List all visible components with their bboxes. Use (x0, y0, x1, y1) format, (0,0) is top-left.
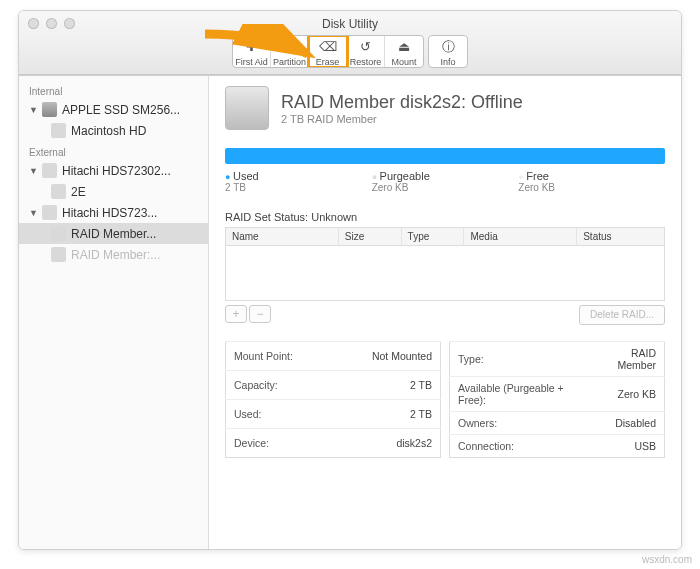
window-controls[interactable] (28, 18, 75, 29)
watermark: wsxdn.com (642, 554, 692, 565)
col-media[interactable]: Media (464, 228, 577, 245)
col-size[interactable]: Size (339, 228, 402, 245)
ssd-icon (42, 102, 57, 117)
volume-icon (51, 226, 66, 241)
info-tables: Mount Point:Not Mounted Capacity:2 TB Us… (225, 341, 665, 458)
toolbar: ✚First Aid ◔Partition ⌫Erase ↺Restore ⏏M… (19, 35, 681, 75)
restore-button[interactable]: ↺Restore (347, 36, 385, 67)
legend-used-label: Used (225, 170, 372, 182)
mount-button[interactable]: ⏏Mount (385, 36, 423, 67)
add-button[interactable]: + (225, 305, 247, 323)
callout-arrow (200, 24, 320, 74)
legend-used-value: 2 TB (225, 182, 372, 193)
sidebar-volume-macintosh-hd[interactable]: Macintosh HD (19, 120, 208, 141)
info-button[interactable]: ⓘInfo (429, 36, 467, 67)
legend-purgeable-label: Purgeable (372, 170, 519, 182)
hdd-icon (42, 163, 57, 178)
info-table-left: Mount Point:Not Mounted Capacity:2 TB Us… (225, 341, 441, 458)
table-row: Type:RAID Member (450, 342, 665, 377)
sidebar-disk-internal-0[interactable]: ▼APPLE SSD SM256... (19, 99, 208, 120)
remove-button[interactable]: − (249, 305, 271, 323)
sidebar-volume-raid-offline[interactable]: RAID Member:... (19, 244, 208, 265)
table-row: Capacity:2 TB (226, 371, 441, 400)
main-panel: RAID Member disk2s2: Offline 2 TB RAID M… (209, 76, 681, 550)
col-status[interactable]: Status (577, 228, 664, 245)
raid-table: Name Size Type Media Status (225, 227, 665, 301)
window-title: Disk Utility (19, 17, 681, 35)
hdd-icon (42, 205, 57, 220)
raid-table-body (226, 246, 664, 300)
disk-hero-icon (225, 86, 269, 130)
col-type[interactable]: Type (402, 228, 465, 245)
table-row: Connection:USB (450, 435, 665, 458)
sidebar-heading-external: External (19, 141, 208, 160)
sidebar: Internal ▼APPLE SSD SM256... Macintosh H… (19, 76, 209, 550)
sidebar-disk-external-1[interactable]: ▼Hitachi HDS723... (19, 202, 208, 223)
delete-raid-button[interactable]: Delete RAID... (579, 305, 665, 325)
table-row: Available (Purgeable + Free):Zero KB (450, 377, 665, 412)
usage-legend: Used2 TB PurgeableZero KB FreeZero KB (225, 170, 665, 193)
col-name[interactable]: Name (226, 228, 339, 245)
info-table-right: Type:RAID Member Available (Purgeable + … (449, 341, 665, 458)
disk-subtitle: 2 TB RAID Member (281, 113, 523, 125)
restore-icon: ↺ (347, 38, 384, 56)
sidebar-heading-internal: Internal (19, 80, 208, 99)
table-row: Used:2 TB (226, 400, 441, 429)
disk-title: RAID Member disk2s2: Offline (281, 92, 523, 113)
volume-icon (51, 184, 66, 199)
legend-purgeable-value: Zero KB (372, 182, 519, 193)
mount-icon: ⏏ (385, 38, 423, 56)
table-row: Mount Point:Not Mounted (226, 342, 441, 371)
legend-free-label: Free (518, 170, 665, 182)
table-row: Owners:Disabled (450, 412, 665, 435)
sidebar-volume-raid-selected[interactable]: RAID Member... (19, 223, 208, 244)
volume-icon (51, 123, 66, 138)
usage-bar (225, 148, 665, 164)
raid-status-label: RAID Set Status: Unknown (225, 211, 665, 223)
sidebar-volume-2e[interactable]: 2E (19, 181, 208, 202)
info-icon: ⓘ (429, 38, 467, 56)
app-window: Disk Utility ✚First Aid ◔Partition ⌫Eras… (18, 10, 682, 550)
volume-icon (51, 247, 66, 262)
sidebar-disk-external-0[interactable]: ▼Hitachi HDS72302... (19, 160, 208, 181)
table-row: Device:disk2s2 (226, 429, 441, 458)
legend-free-value: Zero KB (518, 182, 665, 193)
